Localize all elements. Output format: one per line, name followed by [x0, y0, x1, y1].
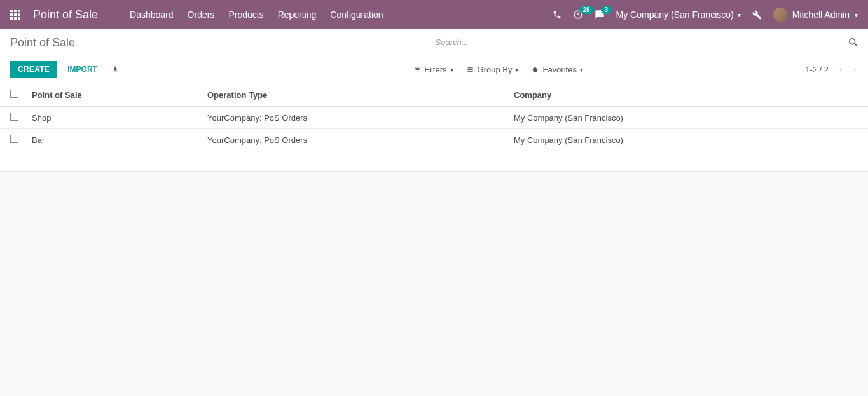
cell-op[interactable]: YourCompany: PoS Orders: [202, 107, 509, 129]
cell-pos[interactable]: Bar: [27, 129, 202, 151]
pager-next[interactable]: [852, 65, 858, 74]
cell-company[interactable]: My Company (San Francisco): [509, 129, 868, 151]
cell-op[interactable]: YourCompany: PoS Orders: [202, 129, 509, 151]
menu-dashboard[interactable]: Dashboard: [130, 10, 174, 20]
header-pos[interactable]: Point of Sale: [27, 83, 202, 107]
menu-orders[interactable]: Orders: [188, 10, 215, 20]
messages-badge: 3: [601, 6, 612, 14]
table-row[interactable]: Bar YourCompany: PoS Orders My Company (…: [0, 129, 868, 151]
chevron-down-icon: ▾: [515, 66, 518, 73]
debug-icon[interactable]: [752, 10, 762, 20]
avatar: [773, 8, 787, 22]
table-row[interactable]: Shop YourCompany: PoS Orders My Company …: [0, 107, 868, 129]
chevron-down-icon: ▾: [738, 11, 741, 18]
star-icon: [531, 65, 539, 74]
pager-text[interactable]: 1-2 / 2: [805, 65, 829, 74]
apps-icon[interactable]: [10, 10, 20, 20]
list-view: Point of Sale Operation Type Company Sho…: [0, 83, 868, 172]
header-op[interactable]: Operation Type: [202, 83, 509, 107]
company-switcher[interactable]: My Company (San Francisco) ▾: [616, 10, 741, 20]
cell-pos[interactable]: Shop: [27, 107, 202, 129]
app-brand[interactable]: Point of Sale: [33, 8, 98, 22]
chevron-right-icon: [852, 65, 858, 74]
search-icon[interactable]: [848, 38, 858, 47]
chevron-down-icon: ▾: [450, 66, 453, 73]
favorites-label: Favorites: [542, 65, 576, 74]
filters-dropdown[interactable]: Filters ▾: [414, 65, 453, 74]
menu-reporting[interactable]: Reporting: [278, 10, 317, 20]
company-name: My Company (San Francisco): [616, 10, 734, 20]
create-button[interactable]: CREATE: [10, 61, 57, 78]
user-name: Mitchell Admin: [792, 10, 850, 20]
table-footer: [0, 151, 868, 172]
activities-icon[interactable]: 28: [573, 10, 583, 20]
chevron-down-icon: ▾: [580, 66, 583, 73]
list-icon: [466, 66, 474, 73]
pager-prev[interactable]: [837, 65, 843, 74]
svg-line-2: [854, 43, 857, 46]
groupby-dropdown[interactable]: Group By ▾: [466, 65, 519, 74]
activities-badge: 28: [579, 6, 594, 14]
messages-icon[interactable]: 3: [595, 10, 605, 20]
chevron-down-icon: ▾: [855, 11, 858, 18]
cell-company[interactable]: My Company (San Francisco): [509, 107, 868, 129]
search-wrap: [434, 34, 858, 51]
svg-point-1: [850, 39, 855, 44]
chevron-left-icon: [837, 65, 843, 74]
groupby-label: Group By: [478, 65, 513, 74]
row-checkbox[interactable]: [10, 135, 18, 143]
control-panel: Point of Sale CREATE IMPORT Filters ▾ Gr…: [0, 29, 868, 83]
search-input[interactable]: [434, 34, 858, 51]
download-icon[interactable]: [107, 62, 123, 78]
top-navbar: Point of Sale Dashboard Orders Products …: [0, 0, 868, 29]
menu-products[interactable]: Products: [228, 10, 263, 20]
row-checkbox[interactable]: [10, 113, 18, 121]
select-all-checkbox[interactable]: [10, 90, 18, 98]
filters-label: Filters: [424, 65, 446, 74]
menu-configuration[interactable]: Configuration: [330, 10, 383, 20]
favorites-dropdown[interactable]: Favorites ▾: [531, 65, 582, 74]
user-menu[interactable]: Mitchell Admin ▾: [773, 8, 858, 22]
page-title: Point of Sale: [10, 36, 75, 50]
phone-icon[interactable]: [553, 10, 561, 19]
main-menu: Dashboard Orders Products Reporting Conf…: [130, 10, 383, 20]
header-company[interactable]: Company: [509, 83, 868, 107]
filter-icon: [414, 66, 421, 73]
import-button[interactable]: IMPORT: [62, 61, 102, 78]
